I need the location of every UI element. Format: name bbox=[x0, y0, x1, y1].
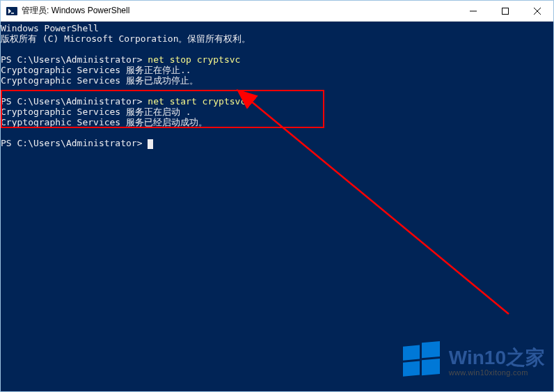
svg-rect-1 bbox=[502, 8, 509, 14]
powershell-icon bbox=[6, 6, 17, 17]
terminal-blank bbox=[1, 127, 553, 138]
titlebar-controls bbox=[457, 1, 553, 21]
terminal-blank bbox=[1, 44, 553, 54]
powershell-window: 管理员: Windows PowerShell Windows PowerShe… bbox=[0, 0, 554, 392]
terminal-output: Cryptographic Services 服务已经启动成功。 bbox=[1, 117, 553, 127]
terminal-prompt-line: PS C:\Users\Administrator> net start cry… bbox=[1, 96, 553, 107]
terminal-area[interactable]: Windows PowerShell 版权所有 (C) Microsoft Co… bbox=[1, 22, 553, 391]
titlebar[interactable]: 管理员: Windows PowerShell bbox=[1, 1, 553, 22]
terminal-prompt-current: PS C:\Users\Administrator> bbox=[1, 138, 553, 148]
terminal-output: Windows PowerShell bbox=[1, 23, 553, 33]
maximize-button[interactable] bbox=[489, 1, 521, 21]
minimize-button[interactable] bbox=[457, 1, 489, 21]
cursor bbox=[148, 139, 153, 149]
terminal-blank bbox=[1, 86, 553, 96]
svg-rect-0 bbox=[6, 7, 17, 15]
terminal-output: Cryptographic Services 服务已成功停止。 bbox=[1, 75, 553, 86]
terminal-output: Cryptographic Services 服务正在启动 . bbox=[1, 107, 553, 117]
terminal-output: 版权所有 (C) Microsoft Corporation。保留所有权利。 bbox=[1, 33, 553, 44]
close-button[interactable] bbox=[521, 1, 553, 21]
window-title: 管理员: Windows PowerShell bbox=[22, 5, 457, 17]
terminal-output: Cryptographic Services 服务正在停止.. bbox=[1, 65, 553, 75]
terminal-prompt-line: PS C:\Users\Administrator> net stop cryp… bbox=[1, 54, 553, 65]
